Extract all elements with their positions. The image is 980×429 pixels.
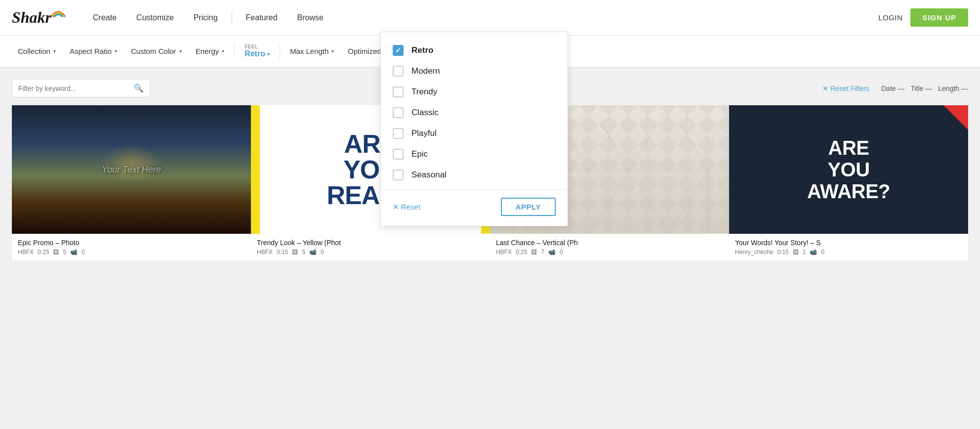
card-meta-3: HBFX 0:25 🖼 7 📹 0: [496, 249, 723, 256]
sort-controls: Date — Title — Length —: [881, 85, 968, 92]
card-bg-4: AREYOUAWARE?: [729, 105, 968, 234]
feel-dropdown: Retro Modern Trendy Classic Playful Epic…: [380, 32, 568, 226]
feel-option-modern[interactable]: Modern: [381, 61, 568, 82]
playful-label: Playful: [411, 129, 437, 138]
photo-icon-4: 🖼: [793, 249, 799, 256]
reset-x-icon: ✕: [393, 203, 399, 212]
video-icon-3: 📹: [548, 249, 556, 256]
card-your-words[interactable]: AREYOUAWARE? Your Words! Your Story! – S…: [729, 105, 968, 260]
feel-value-text: Retro: [245, 49, 265, 58]
aspect-ratio-label: Aspect Ratio: [70, 47, 112, 55]
filter-separator: [234, 43, 235, 59]
logo[interactable]: Shakr: [12, 8, 67, 27]
sort-length[interactable]: Length —: [938, 85, 968, 92]
collection-chevron-icon: ▾: [53, 48, 56, 54]
feel-filter[interactable]: FEEL Retro ▾: [239, 42, 276, 60]
trendy-checkbox[interactable]: [393, 86, 404, 97]
epic-label: Epic: [411, 149, 428, 159]
playful-checkbox[interactable]: [393, 128, 404, 139]
photo-icon-2: 🖼: [292, 249, 298, 256]
card-info-1: Epic Promo – Photo HBFX 0:25 🖼 5 📹 0: [12, 234, 251, 260]
card-title-2: Trendy Look – Yellow (Phot: [257, 239, 484, 247]
retro-checkbox[interactable]: [393, 45, 404, 56]
sort-date-icon: —: [898, 85, 904, 92]
energy-label: Energy: [196, 47, 219, 55]
card-meta-4: Henry_cheche 0:15 🖼 1 📹 0: [735, 249, 962, 256]
svg-marker-3: [629, 105, 708, 170]
photo-icon-3: 🖼: [531, 249, 537, 256]
seasonal-label: Seasonal: [411, 170, 447, 180]
dropdown-reset-button[interactable]: ✕ Reset: [393, 203, 420, 212]
nav-customize[interactable]: Customize: [126, 9, 184, 26]
aspect-ratio-filter[interactable]: Aspect Ratio ▾: [64, 44, 123, 58]
nav-browse[interactable]: Browse: [287, 9, 333, 26]
nav-featured[interactable]: Featured: [236, 9, 287, 26]
card-title-1: Epic Promo – Photo: [18, 239, 245, 247]
svg-marker-2: [590, 170, 669, 234]
feel-label: FEEL: [245, 44, 258, 49]
feel-option-classic[interactable]: Classic: [381, 102, 568, 123]
aspect-ratio-chevron-icon: ▾: [115, 48, 117, 54]
feel-value: Retro ▾: [245, 49, 270, 58]
sort-length-icon: —: [961, 85, 968, 92]
epic-checkbox[interactable]: [393, 149, 404, 160]
card-epic-promo[interactable]: Your Text Here Epic Promo – Photo HBFX 0…: [12, 105, 251, 260]
video-icon-2: 📹: [309, 249, 317, 256]
retro-label: Retro: [411, 45, 433, 55]
card-meta-1: HBFX 0:25 🖼 5 📹 0: [18, 249, 245, 256]
card-red-corner-4: [943, 105, 968, 130]
photo-icon-1: 🖼: [53, 249, 59, 256]
sort-date[interactable]: Date —: [881, 85, 904, 92]
max-length-chevron-icon: ▾: [331, 48, 334, 54]
dropdown-apply-button[interactable]: APPLY: [501, 198, 556, 216]
login-button[interactable]: LOGIN: [878, 13, 902, 22]
feel-option-trendy[interactable]: Trendy: [381, 82, 568, 102]
reset-filters-button[interactable]: ✕ Reset Filters: [822, 85, 869, 92]
modern-checkbox[interactable]: [393, 66, 404, 77]
reset-x-icon: ✕: [822, 85, 828, 92]
custom-color-chevron-icon: ▾: [179, 48, 182, 54]
nav-create[interactable]: Create: [83, 9, 126, 26]
feel-option-seasonal[interactable]: Seasonal: [381, 165, 568, 185]
card-info-3: Last Chance – Vertical (Ph HBFX 0:25 🖼 7…: [490, 234, 729, 260]
max-length-label: Max Length: [290, 47, 328, 55]
collection-filter[interactable]: Collection ▾: [12, 44, 62, 58]
search-icon: 🔍: [134, 84, 144, 93]
card-meta-2: HBFX 0:15 🖼 5 📹 0: [257, 249, 484, 256]
custom-color-filter[interactable]: Custom Color ▾: [125, 44, 188, 58]
feel-chevron-icon: ▾: [267, 51, 270, 57]
sort-title[interactable]: Title —: [910, 85, 932, 92]
sort-title-icon: —: [925, 85, 932, 92]
card-yellow-left: [251, 105, 260, 234]
energy-filter[interactable]: Energy ▾: [190, 44, 231, 58]
feel-option-epic[interactable]: Epic: [381, 144, 568, 165]
dropdown-footer: ✕ Reset APPLY: [381, 189, 568, 218]
card-title-4: Your Words! Your Story! – S: [735, 239, 962, 247]
svg-marker-4: [669, 170, 708, 234]
video-icon-1: 📹: [70, 249, 78, 256]
modern-label: Modern: [411, 66, 440, 76]
nav-pricing[interactable]: Pricing: [184, 9, 228, 26]
custom-color-label: Custom Color: [131, 47, 176, 55]
card-title-3: Last Chance – Vertical (Ph: [496, 239, 723, 247]
card-text-overlay-4: AREYOUAWARE?: [807, 137, 890, 202]
logo-text: Shakr: [12, 8, 51, 27]
classic-checkbox[interactable]: [393, 107, 404, 118]
card-info-2: Trendy Look – Yellow (Phot HBFX 0:15 🖼 5…: [251, 234, 490, 260]
header: Shakr Create Customize Pricing Featured …: [0, 0, 980, 36]
feel-option-retro[interactable]: Retro: [381, 40, 568, 61]
logo-rainbow-icon: [49, 9, 67, 18]
card-image-4: AREYOUAWARE?: [729, 105, 968, 234]
card-scene-1: Your Text Here: [12, 105, 251, 234]
max-length-filter[interactable]: Max Length ▾: [284, 44, 340, 58]
header-right: LOGIN SIGN UP: [878, 8, 968, 27]
card-image-1: Your Text Here: [12, 105, 251, 234]
signup-button[interactable]: SIGN UP: [910, 8, 968, 27]
feel-option-playful[interactable]: Playful: [381, 123, 568, 144]
seasonal-checkbox[interactable]: [393, 170, 404, 180]
search-input[interactable]: [18, 85, 134, 92]
collection-label: Collection: [18, 47, 50, 55]
card-text-overlay-1: Your Text Here: [102, 165, 161, 175]
reset-label: Reset: [401, 203, 420, 211]
energy-chevron-icon: ▾: [222, 48, 224, 54]
